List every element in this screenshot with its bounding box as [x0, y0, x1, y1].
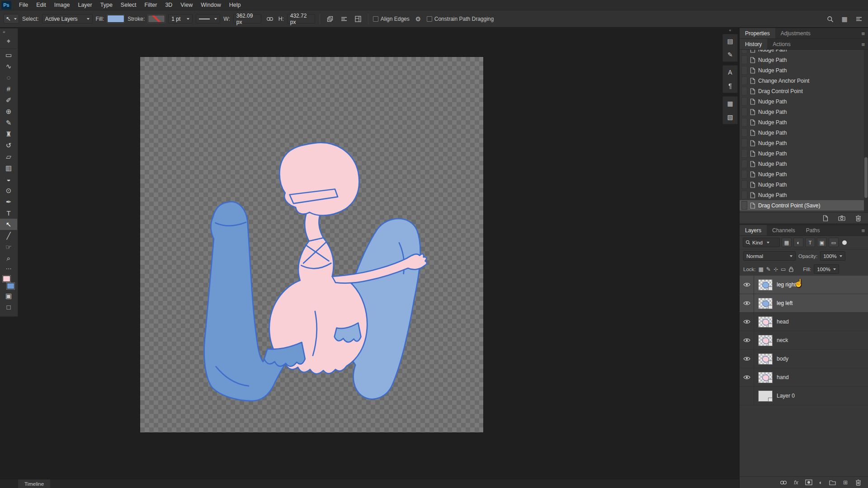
menu-select[interactable]: Select: [117, 0, 141, 10]
settings-gear-icon[interactable]: ⚙: [413, 14, 424, 24]
panel-menu-icon[interactable]: ≡: [861, 225, 865, 236]
layer-thumbnail[interactable]: [758, 353, 773, 365]
menu-layer[interactable]: Layer: [74, 0, 96, 10]
type-tool[interactable]: T: [0, 207, 17, 219]
history-set-source[interactable]: [741, 201, 747, 210]
layer-thumbnail[interactable]: [758, 390, 773, 402]
lock-position-icon[interactable]: ⊹: [774, 266, 778, 272]
history-set-source[interactable]: [741, 108, 747, 116]
history-set-source[interactable]: [741, 191, 747, 199]
menu-file[interactable]: File: [15, 0, 32, 10]
layer-name[interactable]: hand: [777, 374, 789, 380]
collapse-toolbar-chevron[interactable]: »: [0, 28, 18, 35]
constrain-path-dragging-checkbox[interactable]: [427, 16, 432, 22]
swatches-panel-icon[interactable]: ▤: [723, 34, 737, 48]
history-set-source[interactable]: [741, 66, 747, 75]
history-set-source[interactable]: [741, 139, 747, 147]
libraries-panel-icon[interactable]: ▦: [723, 97, 737, 110]
panel-menu-icon[interactable]: ≡: [861, 39, 865, 50]
layer-thumbnail[interactable]: [758, 335, 773, 346]
menu-edit[interactable]: Edit: [32, 0, 50, 10]
screen-mode-icon[interactable]: □: [0, 301, 17, 313]
menu-type[interactable]: Type: [96, 0, 117, 10]
layer-name[interactable]: neck: [777, 337, 788, 343]
history-set-source[interactable]: [741, 50, 747, 54]
add-layer-mask-icon[interactable]: [803, 477, 814, 488]
lasso-tool[interactable]: ∿: [0, 61, 17, 72]
move-tool[interactable]: ⌖: [0, 35, 17, 47]
hand-tool[interactable]: ☞: [0, 241, 17, 253]
layer-fill-field[interactable]: 100%: [814, 264, 839, 274]
tab-channels[interactable]: Channels: [767, 225, 801, 235]
new-layer-icon[interactable]: ⊞: [843, 479, 848, 486]
document-canvas[interactable]: [140, 57, 483, 432]
filter-switch-icon[interactable]: [842, 240, 847, 245]
delete-state-icon[interactable]: [853, 213, 863, 224]
filter-pixel-layers-icon[interactable]: ▦: [782, 238, 792, 247]
character-panel-icon[interactable]: A: [723, 66, 737, 79]
history-set-source[interactable]: [741, 160, 747, 168]
align-edges-checkbox[interactable]: [373, 16, 378, 22]
history-set-source[interactable]: [741, 170, 747, 178]
new-group-icon[interactable]: [827, 477, 838, 488]
panel-options-icon[interactable]: [854, 14, 864, 24]
menu-3d[interactable]: 3D: [161, 0, 176, 10]
layer-row[interactable]: hand: [740, 368, 868, 387]
path-height-field[interactable]: 432.72 px: [287, 14, 315, 23]
quick-mask-icon[interactable]: ▣: [0, 290, 17, 301]
foreground-color-swatch[interactable]: [3, 276, 10, 282]
history-set-source[interactable]: [741, 128, 747, 137]
opacity-field[interactable]: 100%: [820, 251, 845, 261]
menu-window[interactable]: Window: [197, 0, 225, 10]
link-layers-icon[interactable]: [778, 477, 789, 488]
search-icon[interactable]: [825, 14, 835, 24]
history-set-source[interactable]: [741, 97, 747, 106]
history-state[interactable]: Nudge Path: [740, 55, 868, 65]
stroke-style-dropdown[interactable]: [196, 14, 220, 23]
history-set-source[interactable]: [741, 180, 747, 189]
workspace-switcher-icon[interactable]: ▦: [839, 14, 850, 24]
scrollbar-thumb[interactable]: [864, 157, 868, 198]
path-alignment-icon[interactable]: [339, 14, 349, 24]
tab-adjustments[interactable]: Adjustments: [775, 28, 816, 38]
layer-thumbnail[interactable]: [758, 298, 773, 309]
path-selection-tool[interactable]: ↖: [0, 219, 17, 230]
lock-pixels-icon[interactable]: ✎: [766, 266, 771, 272]
layer-visibility-toggle[interactable]: [740, 387, 754, 405]
layer-row[interactable]: leg left: [740, 294, 868, 313]
tool-preset-picker[interactable]: ↖: [4, 14, 19, 23]
history-set-source[interactable]: [741, 56, 747, 64]
adjustment-layer-icon[interactable]: ◐: [819, 479, 822, 486]
history-set-source[interactable]: [741, 76, 747, 85]
layer-name[interactable]: body: [777, 356, 788, 362]
layer-name[interactable]: leg right: [777, 282, 796, 288]
lock-transparency-icon[interactable]: ▦: [759, 266, 764, 272]
layer-visibility-toggle[interactable]: [740, 276, 754, 294]
history-state[interactable]: Nudge Path: [740, 50, 868, 55]
lock-artboard-icon[interactable]: ▭: [781, 266, 786, 272]
layer-row[interactable]: leg right ☝: [740, 276, 868, 294]
eraser-tool[interactable]: ▱: [0, 151, 17, 162]
layer-row[interactable]: Layer 0: [740, 387, 868, 405]
blend-mode-dropdown[interactable]: Normal: [743, 251, 796, 261]
history-state[interactable]: Change Anchor Point: [740, 75, 868, 86]
app-logo-icon[interactable]: Ps: [1, 1, 11, 9]
path-operations-icon[interactable]: [325, 14, 335, 24]
history-set-source[interactable]: [741, 118, 747, 127]
history-state[interactable]: Nudge Path: [740, 65, 868, 75]
layer-name[interactable]: Layer 0: [777, 393, 795, 399]
tab-paths[interactable]: Paths: [801, 225, 826, 235]
edit-toolbar-icon[interactable]: ⋯: [0, 264, 17, 273]
pen-tool[interactable]: ✒: [0, 196, 17, 207]
layer-visibility-toggle[interactable]: [740, 313, 754, 331]
history-state[interactable]: Nudge Path: [740, 190, 868, 200]
layer-row[interactable]: neck: [740, 331, 868, 350]
rectangular-marquee-tool[interactable]: ▭: [0, 48, 17, 61]
path-width-field[interactable]: 362.09 px: [233, 14, 261, 23]
history-brush-tool[interactable]: ↺: [0, 140, 17, 151]
history-state[interactable]: Nudge Path: [740, 159, 868, 169]
filter-shape-layers-icon[interactable]: ▣: [817, 238, 827, 247]
layer-thumbnail[interactable]: [758, 316, 773, 328]
eyedropper-tool[interactable]: ✐: [0, 94, 17, 106]
brushes-panel-icon[interactable]: ✎: [723, 48, 737, 61]
